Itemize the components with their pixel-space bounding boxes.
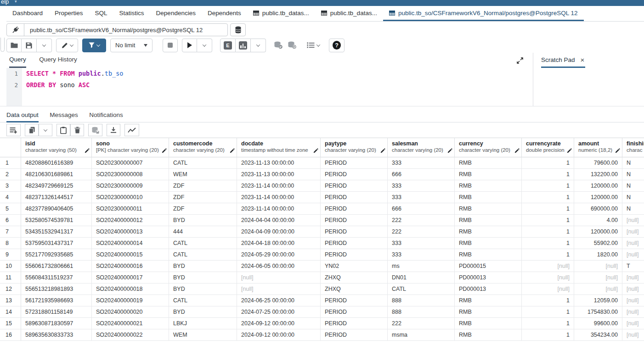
copy-options-button[interactable] [39,124,52,136]
cell-currencyrate[interactable]: 1 [522,226,574,238]
cell-docdate[interactable]: 2024-09-12 00:00:00 [237,318,321,329]
column-header-isid[interactable]: isidcharacter varying (50) [21,138,92,157]
cell-salesman[interactable]: 888 [388,306,455,318]
cell-amount[interactable]: 690000.00 [574,203,622,215]
cell-paytype[interactable]: PERIOD [321,318,388,329]
row-number[interactable]: 7 [0,226,21,238]
cell-docdate[interactable]: 2024-04-04 00:00:00 [237,215,321,226]
cell-amount[interactable]: 132200.00 [574,169,622,180]
execute-options-button[interactable] [197,39,212,52]
cell-docdate[interactable]: 2024-06-05 00:00:00 [237,261,321,272]
cell-paytype[interactable]: YN02 [321,261,388,272]
save-file-button[interactable] [22,39,37,52]
cell-finishin[interactable]: N [622,180,644,192]
copy-button[interactable] [25,124,39,136]
cell-sono[interactable]: SO202400000019 [92,295,169,306]
new-connection-button[interactable] [230,23,246,36]
cell-sono[interactable]: SO202400000016 [92,261,169,272]
cell-amount[interactable]: 4.00 [574,215,622,226]
cell-customercode[interactable]: BYD [169,215,237,226]
cell-customercode[interactable]: CATL [169,295,237,306]
row-number[interactable]: 11 [0,272,21,283]
cell-docdate[interactable]: 2024-07-25 00:00:00 [237,306,321,318]
column-header-salesman[interactable]: salesmancharacter varying (20) [388,138,455,157]
row-number[interactable]: 16 [0,329,21,341]
row-number[interactable]: 1 [0,157,21,169]
column-header-finishin[interactable]: finishincharac [622,138,644,157]
save-data-changes-button[interactable] [88,124,102,136]
cell-salesman[interactable]: 333 [388,249,455,261]
cell-finishin[interactable]: [null] [622,215,644,226]
cell-customercode[interactable]: WEM [169,329,237,341]
cell-sono[interactable]: SO202400000022 [92,329,169,341]
cell-finishin[interactable]: N [622,169,644,180]
cell-salesman[interactable]: 333 [388,192,455,203]
cell-finishin[interactable]: [null] [622,238,644,249]
cell-isid[interactable]: 537595031437317 [21,238,92,249]
cell-docdate[interactable]: 2024-09-12 00:00:00 [237,329,321,341]
cell-salesman[interactable]: 666 [388,203,455,215]
cell-sono[interactable]: SO202400000014 [92,238,169,249]
open-file-button[interactable] [6,39,22,52]
row-number[interactable]: 14 [0,306,21,318]
cell-currency[interactable]: RMB [455,238,522,249]
cell-currency[interactable]: PD000013 [455,272,522,283]
cell-docdate[interactable]: [null] [237,283,321,295]
edit-column-icon[interactable] [447,148,452,153]
cell-paytype[interactable]: PERIOD [321,295,388,306]
column-header-docdate[interactable]: docdatetimestamp without time zone [237,138,321,157]
explain-analyze-button[interactable] [236,39,251,52]
cell-paytype[interactable]: ZHXQ [321,272,388,283]
cell-paytype[interactable]: PERIOD [321,180,388,192]
cell-paytype[interactable]: PERIOD [321,329,388,341]
cell-docdate[interactable]: 2023-11-14 00:00:00 [237,180,321,192]
cell-customercode[interactable]: ZDF [169,203,237,215]
cell-isid[interactable]: 556084311519237 [21,272,92,283]
cell-currency[interactable]: RMB [455,306,522,318]
cell-currencyrate[interactable]: 1 [522,238,574,249]
cell-amount[interactable]: 1754830.00 [574,306,622,318]
row-number[interactable]: 3 [0,180,21,192]
tab-statistics[interactable]: Statistics [113,6,150,21]
row-number[interactable]: 8 [0,238,21,249]
save-dropdown-button[interactable] [37,39,52,52]
cell-paytype[interactable]: PERIOD [321,249,388,261]
cell-currency[interactable]: RMB [455,295,522,306]
cell-currencyrate[interactable]: 1 [522,203,574,215]
cell-finishin[interactable]: N [622,203,644,215]
select-all-corner[interactable] [0,138,21,157]
cell-currencyrate[interactable]: 1 [522,249,574,261]
edit-column-icon[interactable] [567,148,572,153]
cell-salesman[interactable]: 666 [388,169,455,180]
column-header-customercode[interactable]: customercodecharacter varying (20) [169,138,237,157]
row-number[interactable]: 5 [0,203,21,215]
cell-sono[interactable]: SO202400000012 [92,215,169,226]
cell-customercode[interactable]: 444 [169,226,237,238]
cell-isid[interactable]: 482349729669125 [21,180,92,192]
cell-amount[interactable]: 354234.00 [574,329,622,341]
cell-currency[interactable]: RMB [455,215,522,226]
row-number[interactable]: 12 [0,283,21,295]
column-header-currency[interactable]: currencycharacter varying (20) [455,138,522,157]
cell-docdate[interactable]: 2024-04-18 00:00:00 [237,238,321,249]
cell-paytype[interactable]: PERIOD [321,192,388,203]
macros-button[interactable] [304,39,323,52]
cell-currency[interactable]: RMB [455,169,522,180]
cell-docdate[interactable]: 2023-11-13 00:00:00 [237,157,321,169]
cancel-query-button[interactable] [163,39,178,52]
cell-isid[interactable]: 556513218981893 [21,283,92,295]
cell-currency[interactable]: PD000015 [455,261,522,272]
cell-customercode[interactable]: BYD [169,272,237,283]
cell-currency[interactable]: PD000013 [455,283,522,295]
cell-isid[interactable]: 589635630833733 [21,329,92,341]
cell-currency[interactable]: RMB [455,157,522,169]
tab-notifications[interactable]: Notifications [89,109,123,122]
cell-currencyrate[interactable]: 1 [522,192,574,203]
cell-sono[interactable]: SO202400000020 [92,306,169,318]
cell-currencyrate[interactable]: 1 [522,180,574,192]
row-number[interactable]: 10 [0,261,21,272]
cell-customercode[interactable]: CATL [169,238,237,249]
cell-finishin[interactable]: [null] [622,295,644,306]
cell-amount[interactable]: [null] [574,283,622,295]
row-number[interactable]: 9 [0,249,21,261]
